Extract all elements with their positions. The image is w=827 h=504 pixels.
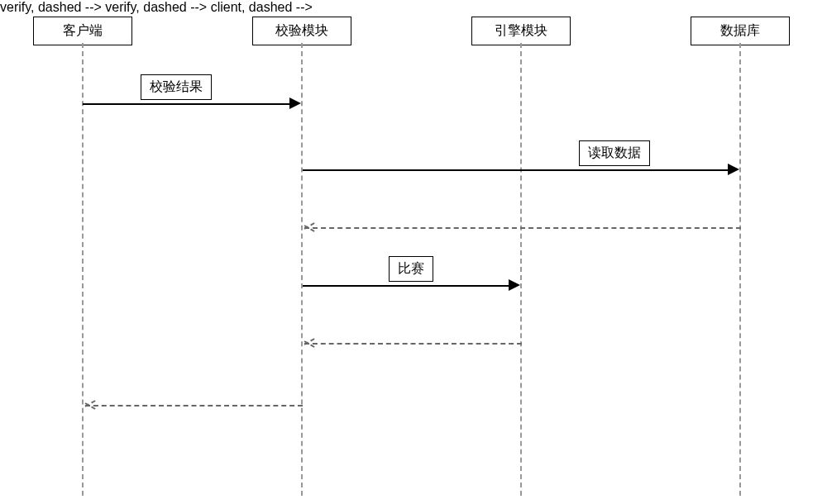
arrowhead-right-icon xyxy=(728,164,739,175)
lifeline-database xyxy=(739,43,741,496)
participant-database: 数据库 xyxy=(691,17,790,45)
message-label-verify-result: 校验结果 xyxy=(141,74,212,100)
lifeline-verify xyxy=(301,43,303,496)
message-return-engine-to-verify xyxy=(304,343,522,345)
message-arrow-client-to-verify xyxy=(83,103,291,105)
sequence-diagram: 客户端 校验模块 引擎模块 数据库 校验结果 读取数据 verify, dash… xyxy=(0,0,827,504)
message-arrow-verify-to-database xyxy=(303,169,729,171)
message-arrow-verify-to-engine xyxy=(303,285,510,287)
arrowhead-right-icon xyxy=(509,279,520,291)
lifeline-client xyxy=(82,43,84,496)
message-return-verify-to-client xyxy=(85,405,303,407)
participant-engine: 引擎模块 xyxy=(471,17,571,45)
participant-verify: 校验模块 xyxy=(252,17,351,45)
participant-client: 客户端 xyxy=(33,17,132,45)
message-label-compete: 比赛 xyxy=(389,256,433,282)
message-return-database-to-verify xyxy=(304,227,741,229)
arrowhead-right-icon xyxy=(289,97,301,109)
message-label-read-data: 读取数据 xyxy=(579,140,650,166)
lifeline-engine xyxy=(520,43,522,496)
